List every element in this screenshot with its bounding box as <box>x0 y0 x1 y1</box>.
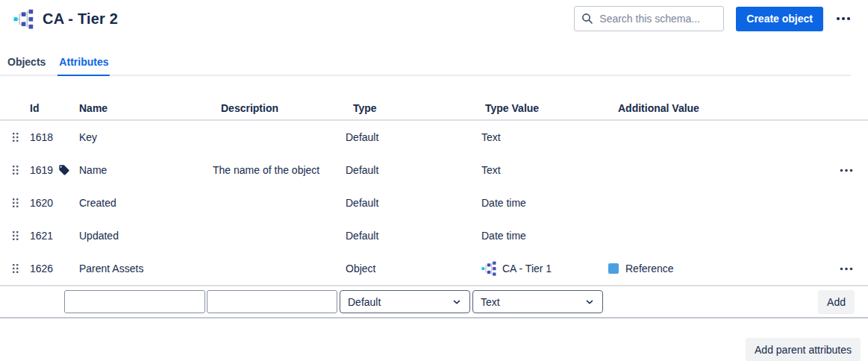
column-header-additional-value: Additional Value <box>605 102 814 114</box>
attribute-id: 1618 <box>30 131 53 143</box>
attribute-type-value: Date time <box>481 230 526 242</box>
attribute-name: Updated <box>76 230 210 242</box>
attribute-id: 1619 <box>30 164 53 176</box>
attribute-description: The name of the object <box>210 164 343 176</box>
schema-tabs: ObjectsAttributes <box>0 56 851 76</box>
schema-more-menu-button[interactable] <box>832 7 855 31</box>
drag-handle-icon <box>12 230 19 241</box>
attribute-id-cell: 1619 <box>27 164 76 176</box>
attribute-type-value: Text <box>481 131 501 143</box>
attribute-type-value: Date time <box>481 197 526 209</box>
add-attribute-form-row: Default Text Add <box>0 285 868 318</box>
assets-hierarchy-icon <box>481 261 496 276</box>
search-input[interactable] <box>598 12 716 25</box>
drag-handle[interactable] <box>0 132 27 142</box>
attribute-type-value-cell: Date time <box>478 197 605 209</box>
attribute-row: 1620 Created Default Date time <box>0 186 868 219</box>
attribute-type-value-cell: CA - Tier 1 <box>478 261 605 276</box>
attribute-type-value-cell: Text <box>478 164 605 176</box>
attribute-actions-cell <box>814 264 868 274</box>
attribute-row-menu-button[interactable] <box>838 166 855 175</box>
attribute-type: Object <box>343 263 478 274</box>
chevron-down-icon <box>452 297 462 307</box>
new-attribute-type-value-select[interactable]: Text <box>472 290 603 313</box>
schema-search-box[interactable] <box>574 6 724 31</box>
drag-handle[interactable] <box>0 198 27 208</box>
add-parent-attributes-button[interactable]: Add parent attributes <box>746 338 861 361</box>
more-horizontal-icon <box>840 267 853 271</box>
drag-handle-icon <box>12 263 19 274</box>
attribute-name: Name <box>76 164 210 176</box>
tag-icon <box>58 164 70 176</box>
attribute-name: Created <box>76 197 210 209</box>
chevron-down-icon <box>584 297 595 307</box>
page-title: CA - Tier 2 <box>43 10 118 28</box>
schema-hierarchy-icon <box>13 9 34 29</box>
attribute-row: 1618 Key Default Text <box>0 121 868 154</box>
attribute-row: 1626 Parent Assets Object CA - Tier 1 Re… <box>0 252 868 285</box>
tab-objects[interactable]: Objects <box>6 56 47 76</box>
attribute-type: Default <box>343 164 478 176</box>
drag-handle-icon <box>12 198 19 208</box>
page-header: CA - Tier 2 Create object <box>0 0 868 33</box>
attributes-table-body: 1618 Key Default Text 1619 <box>0 121 868 285</box>
column-header-type: Type <box>343 102 478 114</box>
attribute-type-value: Text <box>481 164 501 176</box>
column-header-id: Id <box>27 102 76 114</box>
attribute-additional-value-cell: Reference <box>605 263 814 274</box>
drag-handle-icon <box>12 165 19 175</box>
attribute-id-cell: 1618 <box>27 131 76 143</box>
column-header-name: Name <box>76 102 210 114</box>
drag-handle[interactable] <box>0 230 27 241</box>
attribute-type-value: CA - Tier 1 <box>502 263 552 274</box>
attribute-row-menu-button[interactable] <box>838 264 855 274</box>
add-attribute-button[interactable]: Add <box>818 290 855 314</box>
attribute-actions-cell <box>814 166 868 175</box>
search-icon <box>581 13 593 25</box>
attribute-type: Default <box>343 230 478 242</box>
attribute-type: Default <box>343 131 478 143</box>
attribute-row: 1619 Name The name of the object Default… <box>0 154 868 186</box>
drag-handle[interactable] <box>0 263 27 274</box>
attribute-id: 1620 <box>30 197 53 209</box>
reference-color-swatch <box>608 263 619 274</box>
attribute-type-value-cell: Date time <box>478 230 605 242</box>
attribute-id-cell: 1626 <box>27 263 76 274</box>
attribute-row: 1621 Updated Default Date time <box>0 219 868 252</box>
attribute-name: Parent Assets <box>76 263 210 274</box>
drag-handle[interactable] <box>0 165 27 175</box>
new-attribute-description-input[interactable] <box>207 290 337 313</box>
attributes-table-header: Id Name Description Type Type Value Addi… <box>0 97 868 121</box>
create-object-button[interactable]: Create object <box>736 7 823 31</box>
type-value-select-value: Text <box>481 296 500 308</box>
more-horizontal-icon <box>840 169 853 172</box>
column-header-description: Description <box>210 102 343 114</box>
column-header-type-value: Type Value <box>478 102 605 114</box>
assets-schema-page: CA - Tier 2 Create object ObjectsAttribu… <box>0 0 868 361</box>
new-attribute-name-input[interactable] <box>64 290 205 313</box>
attribute-type: Default <box>343 197 478 209</box>
tab-attributes[interactable]: Attributes <box>57 56 110 76</box>
new-attribute-type-select[interactable]: Default <box>340 290 470 313</box>
more-horizontal-icon <box>836 16 851 21</box>
attribute-id-cell: 1621 <box>27 230 76 242</box>
page-footer: Add parent attributes <box>0 338 868 361</box>
drag-handle-icon <box>12 132 19 142</box>
attribute-type-value-cell: Text <box>478 131 605 143</box>
attribute-additional-value: Reference <box>625 263 674 274</box>
attribute-name: Key <box>76 131 210 143</box>
attribute-id: 1626 <box>30 263 53 274</box>
attribute-id-cell: 1620 <box>27 197 76 209</box>
attribute-id: 1621 <box>30 230 53 242</box>
type-select-value: Default <box>348 296 381 308</box>
